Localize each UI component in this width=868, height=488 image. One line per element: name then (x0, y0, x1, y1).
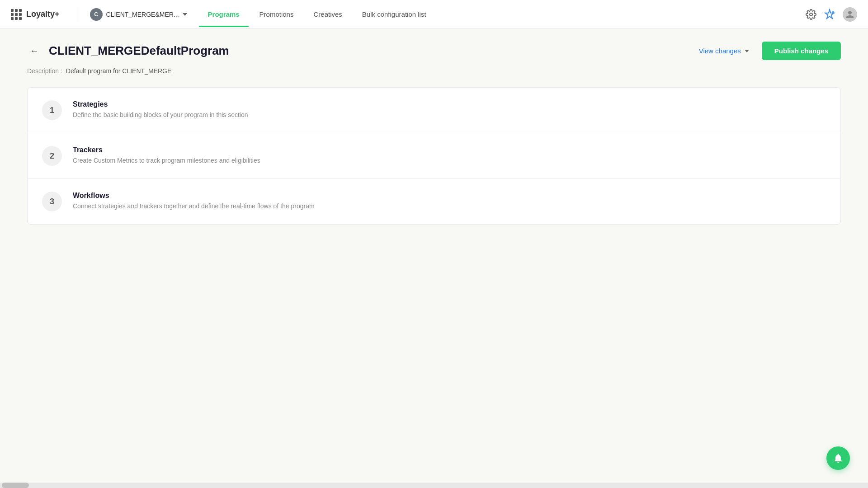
section-item-workflows[interactable]: 3 Workflows Connect strategies and track… (28, 179, 840, 224)
publish-changes-button[interactable]: Publish changes (762, 42, 841, 60)
description-label: Description : (27, 67, 62, 75)
section-desc-3: Connect strategies and trackers together… (73, 202, 826, 210)
apps-icon[interactable] (11, 9, 22, 20)
page-title: CLIENT_MERGEDefaultProgram (49, 44, 229, 58)
nav-link-bulk-config[interactable]: Bulk configuration list (353, 7, 435, 22)
settings-icon[interactable] (806, 9, 816, 20)
section-info-3: Workflows Connect strategies and tracker… (73, 192, 826, 210)
nav-link-programs[interactable]: Programs (199, 7, 249, 22)
page-header-left: ← CLIENT_MERGEDefaultProgram (27, 44, 229, 58)
notification-bell[interactable] (826, 446, 850, 470)
section-title-1: Strategies (73, 100, 826, 108)
client-name: CLIENT_MERGE&MER... (106, 11, 179, 18)
chevron-down-icon (183, 13, 187, 16)
user-avatar[interactable] (843, 7, 857, 22)
back-button[interactable]: ← (27, 44, 42, 58)
app-logo: Loyalty+ (26, 9, 60, 19)
section-info-1: Strategies Define the basic building blo… (73, 100, 826, 118)
client-avatar: C (90, 8, 103, 21)
page-header: ← CLIENT_MERGEDefaultProgram View change… (27, 29, 841, 67)
scrollbar-thumb[interactable] (2, 483, 29, 488)
nav-link-promotions[interactable]: Promotions (250, 7, 303, 22)
nav-link-creatives[interactable]: Creatives (304, 7, 351, 22)
page-content: ← CLIENT_MERGEDefaultProgram View change… (0, 29, 868, 488)
bell-icon (833, 453, 844, 464)
nav-links: Programs Promotions Creatives Bulk confi… (199, 7, 806, 22)
navbar-right (806, 7, 857, 22)
section-item-strategies[interactable]: 1 Strategies Define the basic building b… (28, 88, 840, 133)
section-title-3: Workflows (73, 192, 826, 200)
view-changes-button[interactable]: View changes (693, 43, 755, 58)
description-row: Description : Default program for CLIENT… (27, 67, 841, 87)
nav-divider (78, 7, 78, 22)
logo-area[interactable]: Loyalty+ (11, 9, 60, 20)
page-header-right: View changes Publish changes (693, 42, 841, 60)
horizontal-scrollbar[interactable] (0, 483, 868, 488)
description-value: Default program for CLIENT_MERGE (66, 67, 171, 75)
svg-point-0 (810, 13, 812, 16)
section-number-2: 2 (42, 146, 62, 166)
section-number-3: 3 (42, 192, 62, 211)
section-item-trackers[interactable]: 2 Trackers Create Custom Metrics to trac… (28, 133, 840, 179)
section-desc-1: Define the basic building blocks of your… (73, 111, 826, 118)
sections-list: 1 Strategies Define the basic building b… (27, 87, 841, 225)
view-changes-chevron (745, 50, 749, 52)
section-info-2: Trackers Create Custom Metrics to track … (73, 146, 826, 164)
sparkle-icon[interactable] (824, 9, 835, 20)
section-desc-2: Create Custom Metrics to track program m… (73, 157, 826, 164)
section-title-2: Trackers (73, 146, 826, 154)
top-navbar: Loyalty+ C CLIENT_MERGE&MER... Programs … (0, 0, 868, 29)
section-number-1: 1 (42, 100, 62, 120)
client-selector[interactable]: C CLIENT_MERGE&MER... (85, 5, 192, 23)
view-changes-label: View changes (699, 47, 741, 55)
back-arrow-icon: ← (30, 46, 39, 56)
